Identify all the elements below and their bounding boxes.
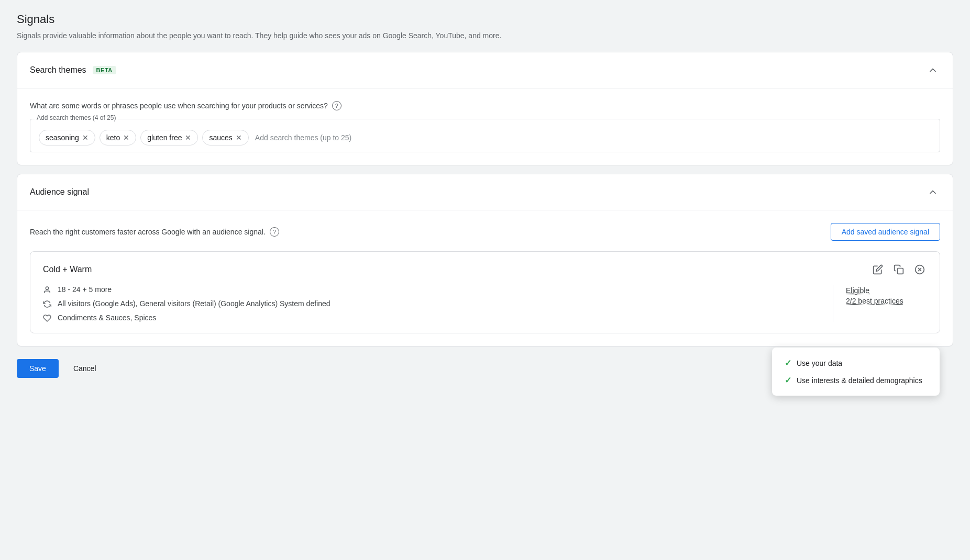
signal-visitors: All visitors (Google Ads), General visit…	[58, 299, 330, 308]
signal-remove-button[interactable]	[912, 262, 927, 277]
popover-label-1: Use your data	[797, 359, 842, 367]
chevron-up-icon	[928, 65, 938, 75]
audience-signal-header-left: Audience signal	[30, 187, 89, 197]
chip-label: sauces	[209, 133, 232, 142]
search-themes-placeholder[interactable]: Add search themes (up to 25)	[253, 130, 354, 145]
search-themes-title: Search themes	[30, 65, 86, 75]
audience-desc-left: Reach the right customers faster across …	[30, 227, 279, 237]
page-subtitle: Signals provide valuable information abo…	[17, 30, 953, 41]
chip-label: keto	[106, 133, 120, 142]
search-themes-info-icon[interactable]: ?	[332, 101, 341, 110]
signal-item-actions	[870, 262, 927, 277]
signal-item-title: Cold + Warm	[43, 265, 92, 274]
audience-desc-row: Reach the right customers faster across …	[30, 223, 940, 241]
chip-remove-button[interactable]: ✕	[82, 134, 89, 141]
chip-remove-button[interactable]: ✕	[185, 134, 191, 141]
search-themes-header-left: Search themes BETA	[30, 65, 116, 75]
audience-signal-title: Audience signal	[30, 187, 89, 197]
cancel-button[interactable]: Cancel	[65, 359, 105, 378]
signal-details: 18 - 24 + 5 more All visitors (Google A	[43, 285, 820, 322]
signal-visitors-row: All visitors (Google Ads), General visit…	[43, 299, 820, 308]
audience-signal-header: Audience signal	[17, 174, 953, 210]
search-theme-chip: sauces✕	[202, 130, 248, 145]
chip-remove-button[interactable]: ✕	[236, 134, 242, 141]
copy-icon	[894, 264, 904, 275]
svg-point-4	[46, 287, 48, 289]
person-icon	[43, 286, 51, 294]
eligible-label[interactable]: Eligible	[846, 286, 927, 295]
signal-main-content: 18 - 24 + 5 more All visitors (Google A	[43, 285, 927, 322]
search-themes-fieldset: Add search themes (4 of 25) seasoning✕ke…	[30, 119, 940, 152]
search-theme-chip: keto✕	[100, 130, 136, 145]
check-icon-1: ✓	[785, 358, 791, 368]
signal-interests-row: Condiments & Sauces, Spices	[43, 313, 820, 322]
chevron-up-icon-audience	[928, 187, 938, 197]
heart-icon	[43, 314, 51, 322]
save-button[interactable]: Save	[17, 359, 59, 378]
signal-age-row: 18 - 24 + 5 more	[43, 285, 820, 294]
popover-item-2: ✓ Use interests & detailed demographics	[785, 375, 927, 385]
page-title: Signals	[17, 13, 953, 26]
search-themes-description: What are some words or phrases people us…	[30, 101, 940, 110]
chip-label: seasoning	[46, 133, 79, 142]
signal-item-header: Cold + Warm	[43, 262, 927, 277]
audience-signal-collapse-button[interactable]	[925, 185, 940, 199]
signal-edit-button[interactable]	[870, 262, 885, 277]
themes-legend: Add search themes (4 of 25)	[35, 114, 118, 121]
svg-rect-0	[898, 268, 903, 274]
chip-remove-button[interactable]: ✕	[123, 134, 129, 141]
search-themes-body: What are some words or phrases people us…	[17, 88, 953, 165]
close-circle-icon	[914, 264, 925, 275]
best-practices-label[interactable]: 2/2 best practices	[846, 297, 927, 305]
signal-copy-button[interactable]	[891, 262, 906, 277]
audience-signal-body: Reach the right customers faster across …	[17, 210, 953, 346]
signal-item-card: Cold + Warm	[30, 251, 940, 333]
search-theme-chip: gluten free✕	[140, 130, 198, 145]
add-saved-audience-signal-button[interactable]: Add saved audience signal	[831, 223, 940, 241]
signal-right: Eligible 2/2 best practices	[833, 285, 927, 322]
edit-icon	[873, 264, 883, 275]
search-themes-chips-row: seasoning✕keto✕gluten free✕sauces✕Add se…	[39, 130, 931, 145]
check-icon-2: ✓	[785, 375, 791, 385]
best-practices-popover: ✓ Use your data ✓ Use interests & detail…	[772, 348, 940, 396]
search-themes-card: Search themes BETA What are some words o…	[17, 52, 953, 165]
chip-label: gluten free	[147, 133, 182, 142]
refresh-icon	[43, 300, 51, 308]
signal-interests: Condiments & Sauces, Spices	[58, 313, 156, 322]
popover-label-2: Use interests & detailed demographics	[797, 376, 922, 385]
audience-signal-card: Audience signal Reach the right customer…	[17, 174, 953, 346]
search-themes-collapse-button[interactable]	[925, 63, 940, 77]
search-themes-header: Search themes BETA	[17, 52, 953, 88]
beta-badge: BETA	[93, 66, 116, 74]
signal-left: 18 - 24 + 5 more All visitors (Google A	[43, 285, 820, 322]
popover-item-1: ✓ Use your data	[785, 358, 927, 368]
audience-signal-info-icon[interactable]: ?	[270, 227, 279, 237]
signal-age: 18 - 24 + 5 more	[58, 285, 112, 294]
search-theme-chip: seasoning✕	[39, 130, 95, 145]
